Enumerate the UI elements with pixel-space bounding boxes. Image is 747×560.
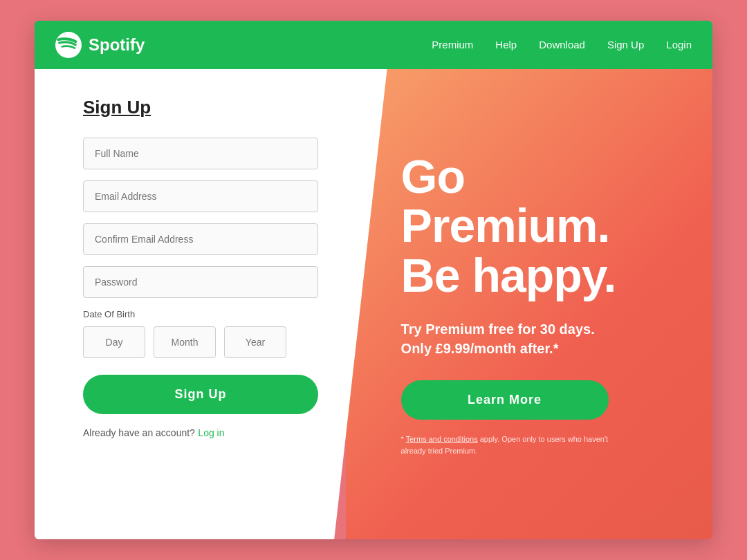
dob-row	[83, 326, 353, 358]
login-prompt: Already have an account? Log in	[83, 427, 353, 439]
logo-text: Spotify	[89, 35, 145, 55]
signup-panel: Sign Up Date Of Birth S	[35, 69, 387, 539]
nav-item-login[interactable]: Login	[666, 39, 692, 51]
promo-headline-line2: Premium.	[401, 199, 610, 252]
password-input[interactable]	[83, 266, 318, 298]
nav-link-help[interactable]: Help	[495, 39, 517, 50]
spotify-icon	[55, 32, 82, 58]
nav-link-login[interactable]: Login	[666, 39, 692, 50]
navbar: Spotify Premium Help Download Sign Up Lo…	[35, 21, 712, 69]
email-group	[83, 180, 353, 212]
promo-headline: Go Premium. Be happy.	[401, 152, 616, 300]
password-group	[83, 266, 353, 298]
dob-group: Date Of Birth	[83, 309, 353, 358]
logo[interactable]: Spotify	[55, 32, 145, 58]
nav-link-download[interactable]: Download	[539, 39, 585, 50]
nav-links: Premium Help Download Sign Up Login	[432, 39, 692, 51]
nav-link-signup[interactable]: Sign Up	[607, 39, 644, 50]
learn-more-button[interactable]: Learn More	[401, 380, 609, 420]
promo-subtext-line1: Try Premium free for 30 days.	[401, 321, 595, 337]
dob-month-input[interactable]	[154, 326, 216, 358]
full-name-group	[83, 138, 353, 169]
promo-headline-line3: Be happy.	[401, 249, 616, 301]
terms-text: * Terms and conditions apply. Open only …	[401, 433, 622, 456]
main-content: Sign Up Date Of Birth S	[35, 69, 712, 539]
terms-asterisk: *	[401, 435, 406, 443]
already-account-text: Already have an account?	[83, 427, 195, 438]
terms-link[interactable]: Terms and conditions	[406, 435, 478, 443]
nav-item-help[interactable]: Help	[495, 39, 517, 51]
promo-subtext-line2: Only £9.99/month after.*	[401, 341, 559, 356]
promo-headline-line1: Go	[401, 150, 465, 203]
nav-link-premium[interactable]: Premium	[432, 39, 473, 50]
nav-item-download[interactable]: Download	[539, 39, 585, 51]
email-input[interactable]	[83, 180, 318, 212]
signup-title: Sign Up	[83, 97, 353, 118]
dob-day-input[interactable]	[83, 326, 145, 358]
signup-button[interactable]: Sign Up	[83, 375, 318, 414]
dob-year-input[interactable]	[224, 326, 286, 358]
nav-item-signup[interactable]: Sign Up	[607, 39, 644, 51]
promo-subtext: Try Premium free for 30 days. Only £9.99…	[401, 319, 595, 358]
full-name-input[interactable]	[83, 138, 318, 169]
page-container: Spotify Premium Help Download Sign Up Lo…	[35, 21, 712, 539]
nav-item-premium[interactable]: Premium	[432, 39, 473, 51]
login-link[interactable]: Log in	[198, 427, 224, 438]
dob-label: Date Of Birth	[83, 309, 353, 319]
confirm-email-input[interactable]	[83, 223, 318, 255]
svg-point-0	[55, 32, 82, 58]
confirm-email-group	[83, 223, 353, 255]
promo-panel: Go Premium. Be happy. Try Premium free f…	[346, 69, 712, 539]
